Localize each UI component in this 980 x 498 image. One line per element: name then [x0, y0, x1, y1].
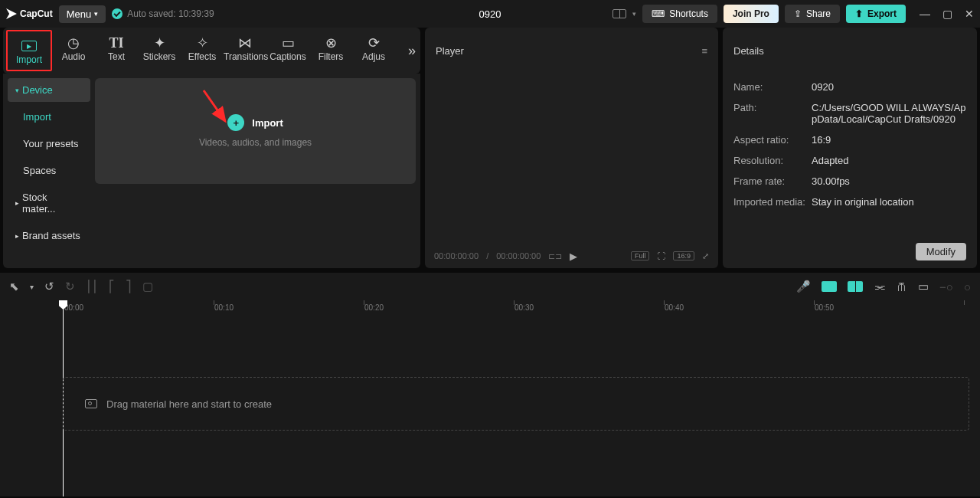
- import-area: + Import Videos, audios, and images: [95, 78, 416, 264]
- mic-icon[interactable]: 🎤: [796, 280, 811, 293]
- link-icon[interactable]: ⫘: [874, 280, 885, 293]
- tab-captions[interactable]: ▭ Captions: [266, 28, 309, 67]
- details-title: Details: [733, 45, 764, 57]
- detail-row-aspect: Aspect ratio: 16:9: [733, 129, 966, 150]
- close-button[interactable]: ✕: [965, 8, 974, 20]
- tab-import[interactable]: ▶ Import: [8, 31, 51, 70]
- player-panel-header: Player ≡: [425, 28, 718, 74]
- import-dropzone[interactable]: + Import Videos, audios, and images: [95, 78, 416, 184]
- import-icon: ▶: [8, 38, 51, 54]
- join-pro-button[interactable]: Join Pro: [724, 5, 779, 23]
- magnet-toggle[interactable]: [822, 281, 837, 292]
- sidebar-item-device[interactable]: ▾Device: [8, 78, 90, 102]
- crop-icon[interactable]: ⛶: [657, 251, 665, 260]
- import-label: Import: [252, 117, 283, 129]
- sidebar-item-brand[interactable]: ▸Brand assets: [8, 224, 90, 247]
- player-title: Player: [436, 45, 464, 57]
- sidebar-item-stock[interactable]: ▸Stock mater...: [8, 185, 90, 221]
- top-tabs: ▶ Import ◷ Audio TI Text ✦ Stickers ✧ Ef…: [3, 28, 395, 73]
- redo-button[interactable]: ↻: [65, 280, 75, 293]
- drop-hint: Drag material here and start to create: [106, 398, 272, 410]
- stickers-icon: ✦: [138, 34, 181, 51]
- check-icon: [112, 8, 122, 19]
- play-button[interactable]: ▶: [570, 251, 577, 262]
- title-bar: CapCut Menu ▾ Auto saved: 10:39:39 0920 …: [0, 0, 980, 28]
- trim-right-tool[interactable]: ⎤: [126, 280, 132, 293]
- player-time-total: 00:00:00:00: [496, 251, 541, 260]
- player-controls: 00:00:00:00 / 00:00:00:00 ⊏⊐ ▶ Full ⛶ 16…: [425, 244, 718, 268]
- detail-row-media: Imported media: Stay in original locatio…: [733, 192, 966, 212]
- menu-icon[interactable]: ≡: [701, 45, 707, 57]
- sidebar-item-presets[interactable]: Your presets: [8, 132, 90, 156]
- detail-row-path: Path: C:/Users/GOOD WILL ALWAYS/AppData/…: [733, 97, 966, 129]
- media-sidebar: ▾Device Import Your presets Spaces ▸Stoc…: [8, 78, 90, 264]
- details-panel: Name: 0920 Path: C:/Users/GOOD WILL ALWA…: [723, 74, 977, 268]
- app-logo: CapCut: [6, 8, 53, 19]
- shortcuts-button[interactable]: ⌨ Shortcuts: [642, 5, 717, 23]
- effects-icon: ✧: [181, 34, 224, 51]
- chevron-down-icon[interactable]: ▾: [30, 283, 34, 291]
- ruler-tick: 00:30: [514, 303, 534, 312]
- timeline-ruler[interactable]: 00:00 00:10 00:20 00:30 00:40 00:50: [0, 300, 980, 319]
- snap-toggle[interactable]: [848, 281, 863, 292]
- ruler-tick: 00:50: [815, 303, 834, 312]
- ruler-tick: 00:40: [665, 303, 684, 312]
- player-panel: 00:00:00:00 / 00:00:00:00 ⊏⊐ ▶ Full ⛶ 16…: [425, 74, 718, 268]
- tab-audio[interactable]: ◷ Audio: [52, 28, 95, 67]
- capcut-logo-icon: [6, 8, 17, 19]
- ruler-tick: 00:10: [214, 303, 234, 312]
- player-viewport[interactable]: [425, 74, 718, 244]
- sidebar-item-import[interactable]: Import: [8, 105, 90, 129]
- svg-line-0: [204, 90, 225, 121]
- share-button[interactable]: ⇪ Share: [785, 5, 840, 23]
- tab-stickers[interactable]: ✦ Stickers: [138, 28, 181, 67]
- trim-left-tool[interactable]: ⎡: [109, 280, 115, 293]
- tab-effects[interactable]: ✧ Effects: [181, 28, 224, 67]
- tab-text[interactable]: TI Text: [95, 28, 138, 67]
- unlink-icon[interactable]: ⫚: [896, 280, 907, 293]
- captions-icon: ▭: [266, 34, 309, 51]
- tab-filters[interactable]: ⊗ Filters: [309, 28, 352, 67]
- aspect-button[interactable]: 16:9: [673, 251, 694, 260]
- export-button[interactable]: ⬆ Export: [846, 5, 906, 23]
- ruler-tick: 00:20: [364, 303, 384, 312]
- sidebar-item-spaces[interactable]: Spaces: [8, 159, 90, 182]
- layout-icon[interactable]: [612, 9, 626, 18]
- tab-adjust[interactable]: ⟳ Adjus: [352, 28, 395, 67]
- menu-button[interactable]: Menu ▾: [59, 5, 106, 23]
- preview-icon[interactable]: ▭: [918, 280, 929, 293]
- chevron-down-icon: ▾: [94, 10, 98, 18]
- caret-right-icon: ▸: [15, 199, 19, 207]
- import-highlight-box: ▶ Import: [6, 30, 52, 71]
- text-icon: TI: [95, 34, 138, 51]
- project-title: 0920: [479, 8, 501, 20]
- undo-button[interactable]: ↺: [44, 280, 54, 293]
- tabs-overflow-button[interactable]: »: [408, 43, 416, 59]
- pointer-tool[interactable]: ⬉: [9, 280, 19, 293]
- player-time-current: 00:00:00:00: [434, 251, 479, 260]
- chevron-down-icon[interactable]: ▾: [632, 10, 636, 18]
- split-tool[interactable]: ⎮⎮: [86, 280, 98, 293]
- caret-right-icon: ▸: [15, 232, 19, 240]
- autosave-status: Auto saved: 10:39:39: [112, 8, 214, 19]
- adjust-icon: ⟳: [352, 34, 395, 51]
- zoom-in-icon[interactable]: ○: [964, 280, 971, 293]
- media-tabs-panel: ▶ Import ◷ Audio TI Text ✦ Stickers ✧ Ef…: [3, 28, 420, 74]
- titlebar-right: ▾ ⌨ Shortcuts Join Pro ⇪ Share ⬆ Export …: [612, 5, 974, 23]
- timeline-drop-zone[interactable]: Drag material here and start to create: [63, 377, 969, 431]
- full-button[interactable]: Full: [631, 251, 650, 260]
- timeline[interactable]: 00:00 00:10 00:20 00:30 00:40 00:50 Drag…: [0, 300, 980, 496]
- transitions-icon: ⋈: [224, 34, 266, 51]
- zoom-out-icon[interactable]: −○: [939, 280, 953, 293]
- maximize-button[interactable]: ▢: [942, 8, 952, 20]
- minimize-button[interactable]: —: [920, 8, 930, 20]
- range-icon[interactable]: ⊏⊐: [548, 251, 562, 261]
- app-name: CapCut: [20, 8, 53, 19]
- tab-transitions[interactable]: ⋈ Transitions: [224, 28, 266, 67]
- export-icon: ⬆: [855, 8, 863, 19]
- detail-row-resolution: Resolution: Adapted: [733, 150, 966, 171]
- fullscreen-icon[interactable]: ⤢: [702, 251, 709, 261]
- import-subtext: Videos, audios, and images: [199, 137, 312, 148]
- delete-tool[interactable]: ▢: [142, 280, 153, 293]
- modify-button[interactable]: Modify: [916, 243, 966, 260]
